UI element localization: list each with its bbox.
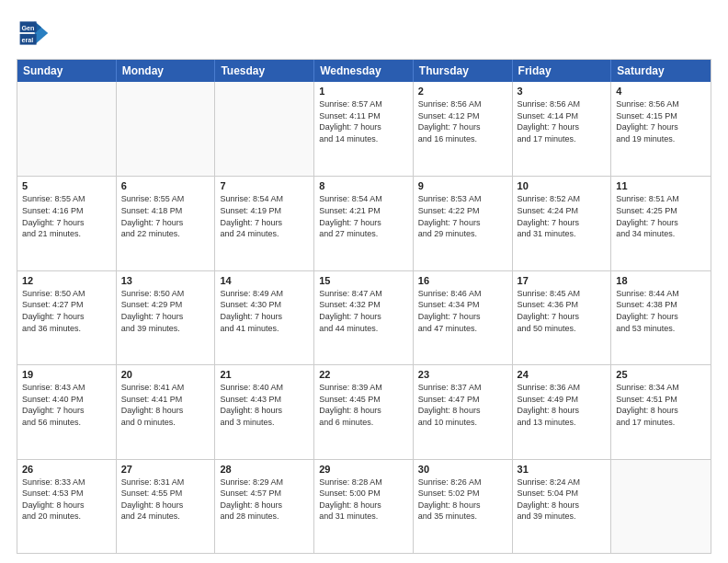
day-info: Sunrise: 8:40 AM Sunset: 4:43 PM Dayligh…: [220, 382, 309, 428]
day-number: 23: [418, 369, 507, 380]
calendar-cell: 19Sunrise: 8:43 AM Sunset: 4:40 PM Dayli…: [17, 365, 117, 458]
calendar-cell: 27Sunrise: 8:31 AM Sunset: 4:55 PM Dayli…: [117, 460, 216, 553]
day-info: Sunrise: 8:54 AM Sunset: 4:19 PM Dayligh…: [220, 193, 309, 239]
weekday-header: Monday: [117, 60, 216, 82]
day-info: Sunrise: 8:53 AM Sunset: 4:22 PM Dayligh…: [418, 193, 507, 239]
day-number: 7: [220, 180, 309, 191]
calendar-cell: 1Sunrise: 8:57 AM Sunset: 4:11 PM Daylig…: [314, 82, 414, 176]
weekday-header: Tuesday: [215, 60, 314, 82]
day-number: 28: [220, 464, 309, 475]
day-info: Sunrise: 8:29 AM Sunset: 4:57 PM Dayligh…: [220, 477, 309, 523]
weekday-header: Sunday: [17, 60, 117, 82]
calendar-cell: 28Sunrise: 8:29 AM Sunset: 4:57 PM Dayli…: [215, 460, 314, 553]
calendar-cell: 8Sunrise: 8:54 AM Sunset: 4:21 PM Daylig…: [314, 177, 414, 270]
weekday-header: Friday: [513, 60, 612, 82]
day-info: Sunrise: 8:50 AM Sunset: 4:27 PM Dayligh…: [22, 288, 111, 334]
calendar-cell: 6Sunrise: 8:55 AM Sunset: 4:18 PM Daylig…: [117, 177, 216, 270]
day-number: 16: [418, 275, 507, 286]
day-number: 22: [319, 369, 408, 380]
calendar-cell: 11Sunrise: 8:51 AM Sunset: 4:25 PM Dayli…: [611, 177, 711, 270]
svg-text:Gen: Gen: [21, 24, 34, 32]
day-number: 15: [319, 275, 408, 286]
weekday-header: Wednesday: [314, 60, 414, 82]
day-info: Sunrise: 8:52 AM Sunset: 4:24 PM Dayligh…: [518, 193, 607, 239]
day-info: Sunrise: 8:50 AM Sunset: 4:29 PM Dayligh…: [121, 288, 210, 334]
day-number: 29: [319, 464, 408, 475]
day-number: 13: [121, 275, 210, 286]
day-number: 4: [616, 86, 706, 97]
day-number: 1: [319, 86, 408, 97]
weekday-header: Saturday: [611, 60, 711, 82]
calendar-cell: 16Sunrise: 8:46 AM Sunset: 4:34 PM Dayli…: [414, 271, 513, 364]
logo-icon: Gen eral: [17, 17, 50, 50]
calendar-cell: 23Sunrise: 8:37 AM Sunset: 4:47 PM Dayli…: [414, 365, 513, 458]
day-info: Sunrise: 8:41 AM Sunset: 4:41 PM Dayligh…: [121, 382, 210, 428]
day-number: 20: [121, 369, 210, 380]
day-number: 25: [616, 369, 706, 380]
calendar-cell: [117, 82, 216, 176]
day-info: Sunrise: 8:44 AM Sunset: 4:38 PM Dayligh…: [616, 288, 706, 334]
day-info: Sunrise: 8:37 AM Sunset: 4:47 PM Dayligh…: [418, 382, 507, 428]
day-info: Sunrise: 8:39 AM Sunset: 4:45 PM Dayligh…: [319, 382, 408, 428]
day-number: 21: [220, 369, 309, 380]
calendar-week: 12Sunrise: 8:50 AM Sunset: 4:27 PM Dayli…: [17, 270, 711, 364]
calendar-week: 5Sunrise: 8:55 AM Sunset: 4:16 PM Daylig…: [17, 176, 711, 270]
calendar-cell: 18Sunrise: 8:44 AM Sunset: 4:38 PM Dayli…: [611, 271, 711, 364]
calendar-cell: 25Sunrise: 8:34 AM Sunset: 4:51 PM Dayli…: [611, 365, 711, 458]
day-info: Sunrise: 8:56 AM Sunset: 4:14 PM Dayligh…: [518, 98, 607, 144]
day-number: 11: [616, 180, 706, 191]
calendar-cell: [611, 460, 711, 553]
day-number: 10: [518, 180, 607, 191]
day-number: 18: [616, 275, 706, 286]
calendar-body: 1Sunrise: 8:57 AM Sunset: 4:11 PM Daylig…: [17, 82, 711, 553]
header: Gen eral: [17, 17, 711, 50]
day-number: 26: [22, 464, 111, 475]
calendar: SundayMondayTuesdayWednesdayThursdayFrid…: [17, 59, 711, 554]
day-number: 27: [121, 464, 210, 475]
calendar-cell: [215, 82, 314, 176]
day-number: 30: [418, 464, 507, 475]
day-number: 31: [518, 464, 607, 475]
calendar-header: SundayMondayTuesdayWednesdayThursdayFrid…: [17, 60, 711, 82]
calendar-cell: 7Sunrise: 8:54 AM Sunset: 4:19 PM Daylig…: [215, 177, 314, 270]
calendar-cell: [17, 82, 117, 176]
day-number: 6: [121, 180, 210, 191]
calendar-cell: 9Sunrise: 8:53 AM Sunset: 4:22 PM Daylig…: [414, 177, 513, 270]
day-number: 12: [22, 275, 111, 286]
day-info: Sunrise: 8:31 AM Sunset: 4:55 PM Dayligh…: [121, 477, 210, 523]
calendar-week: 1Sunrise: 8:57 AM Sunset: 4:11 PM Daylig…: [17, 82, 711, 176]
calendar-cell: 14Sunrise: 8:49 AM Sunset: 4:30 PM Dayli…: [215, 271, 314, 364]
calendar-cell: 10Sunrise: 8:52 AM Sunset: 4:24 PM Dayli…: [513, 177, 612, 270]
calendar-cell: 20Sunrise: 8:41 AM Sunset: 4:41 PM Dayli…: [117, 365, 216, 458]
day-info: Sunrise: 8:24 AM Sunset: 5:04 PM Dayligh…: [518, 477, 607, 523]
calendar-cell: 24Sunrise: 8:36 AM Sunset: 4:49 PM Dayli…: [513, 365, 612, 458]
day-number: 5: [22, 180, 111, 191]
calendar-cell: 31Sunrise: 8:24 AM Sunset: 5:04 PM Dayli…: [513, 460, 612, 553]
weekday-header: Thursday: [414, 60, 513, 82]
day-info: Sunrise: 8:55 AM Sunset: 4:16 PM Dayligh…: [22, 193, 111, 239]
calendar-week: 19Sunrise: 8:43 AM Sunset: 4:40 PM Dayli…: [17, 364, 711, 458]
day-info: Sunrise: 8:33 AM Sunset: 4:53 PM Dayligh…: [22, 477, 111, 523]
day-number: 9: [418, 180, 507, 191]
calendar-cell: 5Sunrise: 8:55 AM Sunset: 4:16 PM Daylig…: [17, 177, 117, 270]
day-info: Sunrise: 8:54 AM Sunset: 4:21 PM Dayligh…: [319, 193, 408, 239]
day-info: Sunrise: 8:45 AM Sunset: 4:36 PM Dayligh…: [518, 288, 607, 334]
day-info: Sunrise: 8:28 AM Sunset: 5:00 PM Dayligh…: [319, 477, 408, 523]
day-number: 17: [518, 275, 607, 286]
calendar-cell: 29Sunrise: 8:28 AM Sunset: 5:00 PM Dayli…: [314, 460, 414, 553]
day-info: Sunrise: 8:34 AM Sunset: 4:51 PM Dayligh…: [616, 382, 706, 428]
calendar-cell: 30Sunrise: 8:26 AM Sunset: 5:02 PM Dayli…: [414, 460, 513, 553]
day-number: 24: [518, 369, 607, 380]
day-info: Sunrise: 8:55 AM Sunset: 4:18 PM Dayligh…: [121, 193, 210, 239]
day-info: Sunrise: 8:43 AM Sunset: 4:40 PM Dayligh…: [22, 382, 111, 428]
day-info: Sunrise: 8:57 AM Sunset: 4:11 PM Dayligh…: [319, 98, 408, 144]
day-info: Sunrise: 8:46 AM Sunset: 4:34 PM Dayligh…: [418, 288, 507, 334]
calendar-cell: 12Sunrise: 8:50 AM Sunset: 4:27 PM Dayli…: [17, 271, 117, 364]
day-info: Sunrise: 8:56 AM Sunset: 4:15 PM Dayligh…: [616, 98, 706, 144]
day-number: 19: [22, 369, 111, 380]
logo: Gen eral: [17, 17, 53, 50]
day-info: Sunrise: 8:56 AM Sunset: 4:12 PM Dayligh…: [418, 98, 507, 144]
calendar-cell: 22Sunrise: 8:39 AM Sunset: 4:45 PM Dayli…: [314, 365, 414, 458]
calendar-cell: 15Sunrise: 8:47 AM Sunset: 4:32 PM Dayli…: [314, 271, 414, 364]
day-info: Sunrise: 8:49 AM Sunset: 4:30 PM Dayligh…: [220, 288, 309, 334]
